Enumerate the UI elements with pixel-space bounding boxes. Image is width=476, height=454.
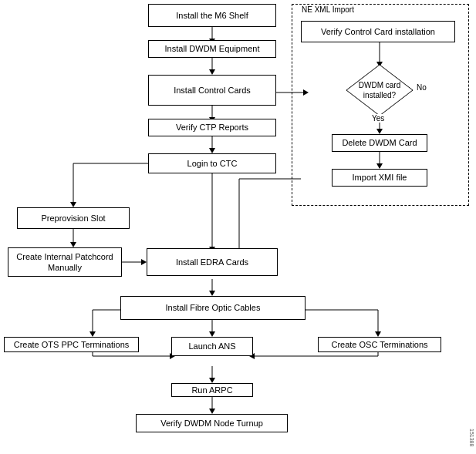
create-ots-box: Create OTS PPC Terminations <box>4 337 139 352</box>
preprovision-box: Preprovision Slot <box>17 207 130 229</box>
svg-marker-32 <box>209 378 215 383</box>
svg-marker-10 <box>70 202 76 207</box>
svg-marker-16 <box>209 291 215 296</box>
svg-marker-14 <box>141 259 147 265</box>
svg-marker-34 <box>209 409 215 414</box>
install-control-box: Install Control Cards <box>148 75 276 106</box>
verify-dwdm-box: Verify DWDM Node Turnup <box>136 414 288 432</box>
install-dwdm-box: Install DWDM Equipment <box>148 40 276 58</box>
ne-xml-import-label: NE XML Import <box>299 5 356 14</box>
create-internal-box: Create Internal Patchcord Manually <box>8 247 122 277</box>
yes-label: Yes <box>372 114 384 123</box>
install-edra-box: Install EDRA Cards <box>147 248 278 276</box>
diamond-label: DWDM card installed? <box>345 80 414 100</box>
svg-marker-19 <box>89 331 96 337</box>
svg-marker-3 <box>209 69 215 75</box>
import-xmi-box: Import XMI file <box>332 169 427 187</box>
install-shelf-box: Install the M6 Shelf <box>148 4 276 27</box>
dwdm-diamond: DWDM card installed? <box>345 63 414 117</box>
create-osc-box: Create OSC Terminations <box>318 337 441 352</box>
install-fibre-box: Install Fibre Optic Cables <box>120 296 306 320</box>
flowchart-diagram: NE XML Import Install the M6 Shelf Insta… <box>0 0 476 454</box>
verify-control-box: Verify Control Card installation <box>301 21 455 42</box>
svg-marker-7 <box>209 148 215 153</box>
run-arpc-box: Run ARPC <box>171 383 253 397</box>
svg-marker-24 <box>209 331 215 337</box>
watermark: 151388 <box>469 429 474 446</box>
verify-ctp-box: Verify CTP Reports <box>148 119 276 136</box>
delete-dwdm-box: Delete DWDM Card <box>332 134 427 152</box>
login-ctc-box: Login to CTC <box>148 153 276 173</box>
no-label: No <box>417 83 427 92</box>
svg-marker-12 <box>70 242 76 247</box>
svg-marker-22 <box>375 331 381 337</box>
launch-ans-box: Launch ANS <box>171 337 253 356</box>
